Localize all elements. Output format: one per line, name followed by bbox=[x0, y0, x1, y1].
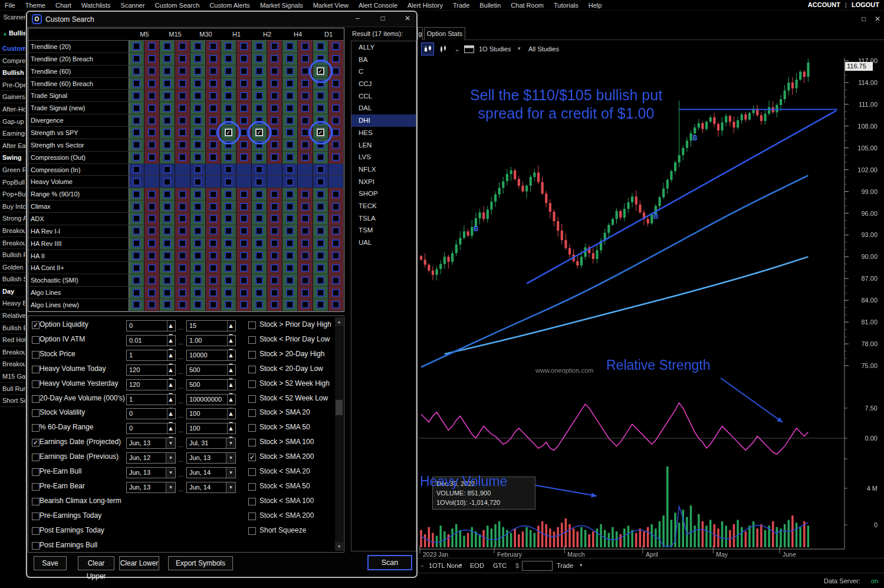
result-item[interactable]: SHOP bbox=[351, 188, 416, 200]
signal-checkbox[interactable] bbox=[332, 252, 340, 259]
sidebar-item[interactable]: Swing bbox=[0, 152, 26, 164]
maximize-icon[interactable]: □ bbox=[862, 15, 866, 23]
condition-checkbox[interactable] bbox=[248, 395, 256, 403]
spin-up-icon[interactable]: ▲ bbox=[167, 336, 175, 346]
signal-checkbox[interactable] bbox=[163, 252, 171, 259]
signal-row-label[interactable]: HA Cont II+ bbox=[28, 262, 129, 274]
signal-checkbox[interactable] bbox=[209, 92, 217, 100]
signal-checkbox[interactable] bbox=[148, 239, 156, 247]
menu-item[interactable]: File bbox=[5, 2, 15, 9]
signal-checkbox[interactable] bbox=[271, 153, 278, 161]
spinner-buttons[interactable]: ▲▼ bbox=[227, 395, 235, 405]
caret-down-icon[interactable]: ▾ bbox=[226, 482, 235, 492]
signal-checkbox[interactable] bbox=[179, 264, 186, 272]
sidebar-item[interactable]: Green Ro bbox=[0, 164, 26, 176]
signal-checkbox[interactable] bbox=[133, 215, 140, 222]
signal-checkbox[interactable] bbox=[133, 277, 140, 284]
signal-checkbox[interactable] bbox=[301, 289, 309, 297]
signal-checkbox[interactable] bbox=[225, 92, 232, 100]
result-item[interactable]: DHI bbox=[351, 114, 416, 127]
signal-checkbox[interactable] bbox=[332, 80, 340, 87]
result-item[interactable]: BA bbox=[351, 54, 416, 66]
signal-checkbox[interactable] bbox=[179, 67, 186, 75]
signal-checkbox[interactable] bbox=[332, 215, 340, 222]
sidebar-item[interactable]: Red Hot bbox=[0, 334, 26, 346]
signal-checkbox[interactable] bbox=[286, 55, 294, 63]
sidebar-group-header[interactable]: ▲Bullish bbox=[2, 29, 26, 37]
result-item[interactable]: DAL bbox=[351, 102, 416, 114]
signal-checkbox[interactable] bbox=[194, 264, 202, 272]
signal-checkbox[interactable] bbox=[179, 92, 186, 100]
signal-checkbox[interactable] bbox=[163, 117, 171, 124]
signal-checkbox[interactable] bbox=[271, 92, 278, 100]
filter-checkbox[interactable] bbox=[32, 527, 40, 535]
signal-row-label[interactable]: Range % (90/10) bbox=[28, 188, 129, 200]
signal-checkbox[interactable] bbox=[286, 42, 294, 50]
signal-checkbox[interactable] bbox=[240, 190, 248, 198]
spinner-buttons[interactable]: ▲▼ bbox=[227, 365, 235, 375]
signal-checkbox[interactable] bbox=[209, 190, 217, 198]
signal-checkbox[interactable] bbox=[194, 215, 202, 222]
condition-checkbox[interactable] bbox=[248, 483, 256, 491]
signal-checkbox[interactable] bbox=[194, 129, 202, 136]
signal-checkbox[interactable] bbox=[133, 153, 140, 161]
menu-item[interactable]: Market Signals bbox=[260, 2, 303, 9]
filter-checkbox[interactable] bbox=[32, 395, 40, 403]
spinner-buttons[interactable]: ▲▼ bbox=[167, 395, 175, 405]
result-item[interactable]: LEN bbox=[351, 139, 416, 152]
signal-checkbox[interactable] bbox=[271, 129, 278, 136]
result-item[interactable]: UAL bbox=[351, 236, 416, 249]
signal-checkbox[interactable] bbox=[301, 55, 309, 63]
signal-row-label[interactable]: Trendline (20) bbox=[28, 41, 129, 52]
signal-checkbox[interactable] bbox=[179, 301, 186, 308]
signal-checkbox[interactable] bbox=[209, 252, 217, 259]
value-spinner[interactable]: 100000000▲▼ bbox=[186, 394, 236, 405]
signal-checkbox[interactable] bbox=[194, 55, 202, 63]
signal-checkbox[interactable] bbox=[148, 117, 156, 124]
signal-checkbox[interactable] bbox=[163, 239, 171, 247]
signal-checkbox[interactable] bbox=[225, 239, 232, 247]
signal-row-label[interactable]: HA II bbox=[28, 250, 129, 262]
filter-checkbox[interactable] bbox=[32, 454, 40, 461]
signal-row-label[interactable]: Trade Signal bbox=[28, 90, 129, 101]
signal-checkbox[interactable] bbox=[286, 227, 294, 235]
spin-up-icon[interactable]: ▲ bbox=[228, 336, 235, 346]
sidebar-item[interactable]: Custom bbox=[0, 42, 26, 55]
signal-checkbox[interactable] bbox=[194, 203, 202, 211]
signal-checkbox[interactable] bbox=[209, 117, 217, 124]
signal-checkbox[interactable] bbox=[163, 67, 171, 75]
signal-checkbox[interactable] bbox=[286, 277, 294, 284]
signal-checkbox[interactable] bbox=[286, 117, 294, 124]
caret-down-icon[interactable]: ▾ bbox=[166, 482, 175, 492]
spin-up-icon[interactable]: ▲ bbox=[228, 409, 235, 419]
spinner-buttons[interactable]: ▲▼ bbox=[167, 409, 175, 419]
signal-checkbox[interactable] bbox=[271, 190, 278, 198]
signal-checkbox[interactable] bbox=[317, 42, 324, 50]
signal-checkbox[interactable] bbox=[209, 55, 217, 63]
spin-up-icon[interactable]: ▲ bbox=[167, 409, 175, 419]
dialog-titlebar[interactable]: O Custom Search – □ ✕ bbox=[27, 12, 416, 27]
signal-checkbox[interactable] bbox=[317, 215, 324, 222]
signal-checkbox[interactable] bbox=[194, 92, 202, 100]
signal-checkbox[interactable] bbox=[286, 80, 294, 87]
signal-checkbox[interactable] bbox=[301, 117, 309, 124]
signal-checkbox[interactable] bbox=[255, 227, 263, 235]
result-item[interactable]: TSM bbox=[351, 224, 416, 236]
date-dropdown[interactable]: Jul, 31▾ bbox=[186, 438, 236, 449]
signal-checkbox[interactable] bbox=[332, 129, 340, 136]
scan-button[interactable]: Scan bbox=[367, 555, 412, 570]
signal-row-label[interactable]: Trendline (60) bbox=[28, 65, 129, 77]
result-item[interactable]: LVS bbox=[351, 151, 416, 163]
signal-checkbox[interactable] bbox=[133, 264, 140, 272]
close-icon[interactable]: ✕ bbox=[875, 15, 880, 23]
caret-down-icon[interactable]: ▾ bbox=[226, 468, 235, 478]
signal-checkbox[interactable] bbox=[148, 42, 156, 50]
signal-checkbox[interactable] bbox=[301, 227, 309, 235]
condition-checkbox[interactable] bbox=[248, 321, 256, 329]
sidebar-item[interactable]: Pre-Open bbox=[0, 79, 26, 91]
signal-checkbox[interactable] bbox=[255, 55, 263, 63]
signal-checkbox[interactable] bbox=[286, 153, 294, 161]
filter-checkbox[interactable] bbox=[32, 513, 40, 520]
order-price-input[interactable] bbox=[522, 561, 553, 571]
signal-row-label[interactable]: Divergence bbox=[28, 114, 129, 126]
